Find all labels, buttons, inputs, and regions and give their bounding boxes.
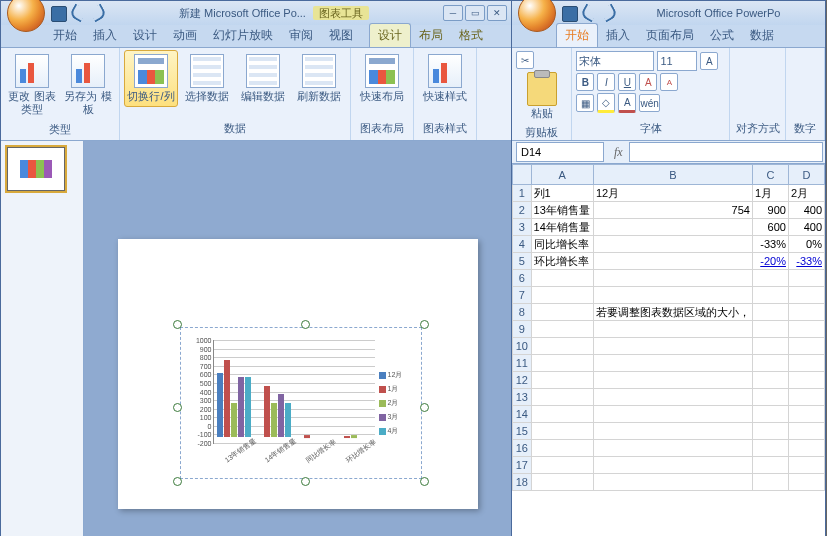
font-color-button[interactable]: A <box>618 93 636 113</box>
tab-design[interactable]: 设计 <box>125 24 165 47</box>
tab-slideshow[interactable]: 幻灯片放映 <box>205 24 281 47</box>
save-icon[interactable] <box>562 6 576 20</box>
window-title: Microsoft Office PowerPo <box>616 7 821 19</box>
resize-handle[interactable] <box>420 320 429 329</box>
group-layout: 快速布局 图表布局 <box>351 48 414 140</box>
group-data: 切换行/列 选择数据 编辑数据 刷新数据 数据 <box>120 48 351 140</box>
group-number: 数字 <box>786 48 825 140</box>
italic-button[interactable]: I <box>597 73 615 91</box>
tab-chart-format[interactable]: 格式 <box>451 24 491 47</box>
formula-input[interactable] <box>629 142 823 162</box>
excel-ribbon-tabs: 开始 插入 页面布局 公式 数据 <box>512 25 825 47</box>
tab-review[interactable]: 审阅 <box>281 24 321 47</box>
quick-style-button[interactable]: 快速样式 <box>418 50 472 107</box>
slide-editor[interactable]: -200-10001002003004005006007008009001000… <box>84 141 511 536</box>
cut-button[interactable]: ✂ <box>516 51 534 69</box>
resize-handle[interactable] <box>301 477 310 486</box>
font-size-select[interactable]: 11 <box>657 51 697 71</box>
tab-animation[interactable]: 动画 <box>165 24 205 47</box>
refresh-data-button[interactable]: 刷新数据 <box>292 50 346 107</box>
restore-button[interactable]: ▭ <box>465 5 485 21</box>
paste-button[interactable]: 粘贴 <box>516 70 567 123</box>
border-button[interactable]: ▦ <box>576 94 594 112</box>
tab-chart-layout[interactable]: 布局 <box>411 24 451 47</box>
slide-thumbnail[interactable] <box>7 147 65 191</box>
phonetic-button[interactable]: wén <box>639 94 659 112</box>
tab-insert[interactable]: 插入 <box>598 24 638 47</box>
powerpoint-window: 新建 Microsoft Office Po... 图表工具 ─ ▭ ✕ 开始 … <box>0 0 512 536</box>
tab-home[interactable]: 开始 <box>45 24 85 47</box>
ppt-titlebar: 新建 Microsoft Office Po... 图表工具 ─ ▭ ✕ <box>1 1 511 25</box>
font-family-select[interactable]: 宋体 <box>576 51 654 71</box>
close-button[interactable]: ✕ <box>487 5 507 21</box>
paste-icon <box>527 72 557 106</box>
tab-insert[interactable]: 插入 <box>85 24 125 47</box>
resize-handle[interactable] <box>301 320 310 329</box>
quick-layout-button[interactable]: 快速布局 <box>355 50 409 107</box>
bold-button[interactable]: B <box>576 73 594 91</box>
excel-window: Microsoft Office PowerPo 开始 插入 页面布局 公式 数… <box>512 0 826 536</box>
chart-object[interactable]: -200-10001002003004005006007008009001000… <box>180 327 422 479</box>
resize-handle[interactable] <box>173 477 182 486</box>
save-template-button[interactable]: 另存为 模板 <box>61 50 115 120</box>
slide-canvas[interactable]: -200-10001002003004005006007008009001000… <box>118 239 478 509</box>
grow-font-button[interactable]: A <box>700 52 718 70</box>
quick-access-toolbar <box>51 6 105 20</box>
change-chart-type-button[interactable]: 更改 图表类型 <box>5 50 59 120</box>
slide-thumbnail-panel: 1 <box>1 141 84 536</box>
group-font: 宋体 11 A B I U A A ▦ ◇ A wén 字体 <box>572 48 729 140</box>
fx-icon[interactable]: fx <box>608 145 629 160</box>
save-icon[interactable] <box>51 6 65 20</box>
excel-ribbon: ✂ 粘贴 剪贴板 宋体 11 A B I U A A ▦ ◇ <box>512 47 825 141</box>
ppt-ribbon-tabs: 开始 插入 设计 动画 幻灯片放映 审阅 视图 设计 布局 格式 <box>1 25 511 47</box>
minimize-button[interactable]: ─ <box>443 5 463 21</box>
tab-data[interactable]: 数据 <box>742 24 782 47</box>
tab-chart-design[interactable]: 设计 <box>369 23 411 47</box>
excel-titlebar: Microsoft Office PowerPo <box>512 1 825 25</box>
group-style: 快速样式 图表样式 <box>414 48 477 140</box>
select-data-button[interactable]: 选择数据 <box>180 50 234 107</box>
formula-bar: D14 fx <box>512 141 825 164</box>
spreadsheet-grid[interactable]: ABCD1列112月1月2月213年销售量754900400314年销售量600… <box>512 164 825 536</box>
undo-icon[interactable] <box>582 6 596 20</box>
resize-handle[interactable] <box>420 477 429 486</box>
group-align: 对齐方式 <box>730 48 786 140</box>
contextual-tab-title: 图表工具 <box>313 6 369 20</box>
group-clipboard: ✂ 粘贴 剪贴板 <box>512 48 572 140</box>
name-box[interactable]: D14 <box>516 142 604 162</box>
tab-view[interactable]: 视图 <box>321 24 361 47</box>
resize-handle[interactable] <box>173 320 182 329</box>
tab-page-layout[interactable]: 页面布局 <box>638 24 702 47</box>
chart-legend: 12月1月2月3月4月 <box>379 334 415 472</box>
tab-home[interactable]: 开始 <box>556 23 598 47</box>
edit-data-button[interactable]: 编辑数据 <box>236 50 290 107</box>
group-type: 更改 图表类型 另存为 模板 类型 <box>1 48 120 140</box>
redo-icon[interactable] <box>91 6 105 20</box>
resize-handle[interactable] <box>420 403 429 412</box>
shrink-font-icon[interactable]: A <box>660 73 678 91</box>
undo-icon[interactable] <box>71 6 85 20</box>
redo-icon[interactable] <box>602 6 616 20</box>
tab-formulas[interactable]: 公式 <box>702 24 742 47</box>
grow-font-icon[interactable]: A <box>639 73 657 91</box>
underline-button[interactable]: U <box>618 73 636 91</box>
switch-row-col-button[interactable]: 切换行/列 <box>124 50 178 107</box>
ppt-ribbon: 更改 图表类型 另存为 模板 类型 切换行/列 选择数据 编辑数据 刷新数据 数… <box>1 47 511 141</box>
resize-handle[interactable] <box>173 403 182 412</box>
chart-plot: -200-10001002003004005006007008009001000… <box>187 334 415 472</box>
window-title: 新建 Microsoft Office Po... 图表工具 <box>105 6 443 21</box>
fill-color-button[interactable]: ◇ <box>597 93 615 113</box>
